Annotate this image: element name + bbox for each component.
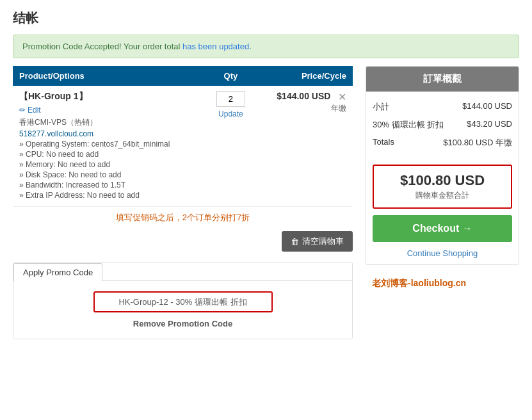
promo-note: 填写促销码之后，2个订单分别打7折 [13, 212, 353, 223]
col-header-qty: Qty [206, 66, 255, 86]
product-extra-ip: » Extra IP Address: No need to add [19, 191, 200, 200]
trash-icon: 🗑 [291, 237, 299, 246]
remove-promo-label: Remove Promotion Code [133, 319, 232, 328]
promo-banner-highlight: has been updated [182, 42, 249, 51]
promo-banner-text-before: Promotion Code Accepted! Your order tota… [22, 42, 182, 51]
clear-cart-label: 清空購物車 [302, 236, 344, 247]
subtotal-value: $144.00 USD [462, 101, 512, 113]
totals-label: Totals [373, 137, 394, 149]
product-cpu: » CPU: No need to add [19, 150, 200, 159]
checkout-button[interactable]: Checkout → [373, 215, 512, 242]
totals-row: Totals $100.80 USD 年缴 [373, 134, 512, 152]
order-summary: 訂單概觀 小計 $144.00 USD 30% 循環出帳 折扣 $43.20 U… [366, 66, 519, 265]
edit-link[interactable]: ✏Edit [19, 106, 41, 115]
total-sub: 購物車金額合計 [380, 190, 504, 201]
price-amount: $144.00 USD [277, 91, 330, 101]
promo-banner: Promotion Code Accepted! Your order tota… [13, 35, 519, 58]
promo-tab[interactable]: Apply Promo Code [13, 263, 102, 281]
product-bandwidth: » Bandwidth: Increased to 1.5T [19, 181, 200, 190]
discount-value: $43.20 USD [467, 119, 512, 131]
order-summary-header: 訂單概觀 [366, 67, 519, 92]
checkout-label: Checkout → [412, 223, 472, 234]
continue-shopping-link[interactable]: Continue Shopping [366, 248, 519, 258]
clear-cart-button[interactable]: 🗑 清空購物車 [282, 231, 353, 252]
promo-body: Remove Promotion Code [13, 280, 352, 339]
col-header-price: Price/Cycle [255, 66, 353, 86]
pencil-icon: ✏ [19, 106, 26, 115]
page-title: 结帐 [13, 10, 519, 27]
total-highlight: $100.80 USD 購物車金額合計 [373, 165, 512, 209]
watermark: 老刘博客-laoliublog.cn [366, 278, 519, 289]
promo-code-input[interactable] [93, 291, 273, 312]
subtotal-row: 小計 $144.00 USD [373, 98, 512, 116]
qty-input[interactable] [216, 91, 245, 107]
promo-code-section: Apply Promo Code Remove Promotion Code [13, 262, 353, 339]
promo-banner-text-after: . [249, 42, 252, 51]
remove-promo-link[interactable]: Remove Promotion Code [24, 319, 342, 328]
total-amount: $100.80 USD [380, 172, 504, 189]
promo-tab-label: Apply Promo Code [23, 268, 93, 277]
continue-shopping-label: Continue Shopping [407, 248, 478, 258]
remove-button[interactable]: ✕ [338, 92, 346, 102]
product-link[interactable]: 518277.vollcloud.com [19, 129, 93, 138]
update-link[interactable]: Update [213, 109, 249, 118]
totals-value: $100.80 USD 年缴 [443, 137, 512, 149]
product-desc-title: 香港CMI-VPS（热销） [19, 117, 200, 128]
cart-table: Product/Options Qty Price/Cycle 【HK-Grou… [13, 66, 353, 207]
product-memory: » Memory: No need to add [19, 160, 200, 169]
col-header-product: Product/Options [13, 66, 206, 86]
discount-label: 30% 循環出帳 折扣 [373, 119, 444, 131]
price-cycle: 年缴 [262, 103, 346, 114]
product-os: » Operating System: centos7_64bit_minima… [19, 140, 200, 149]
product-description: 香港CMI-VPS（热销） 518277.vollcloud.com » Ope… [19, 117, 200, 200]
product-name: 【HK-Group 1】 [19, 91, 200, 102]
table-row: 【HK-Group 1】 ✏Edit 香港CMI-VPS（热销） 518277.… [13, 86, 353, 207]
subtotal-label: 小計 [373, 101, 389, 113]
product-disk: » Disk Space: No need to add [19, 170, 200, 179]
discount-row: 30% 循環出帳 折扣 $43.20 USD [373, 116, 512, 134]
